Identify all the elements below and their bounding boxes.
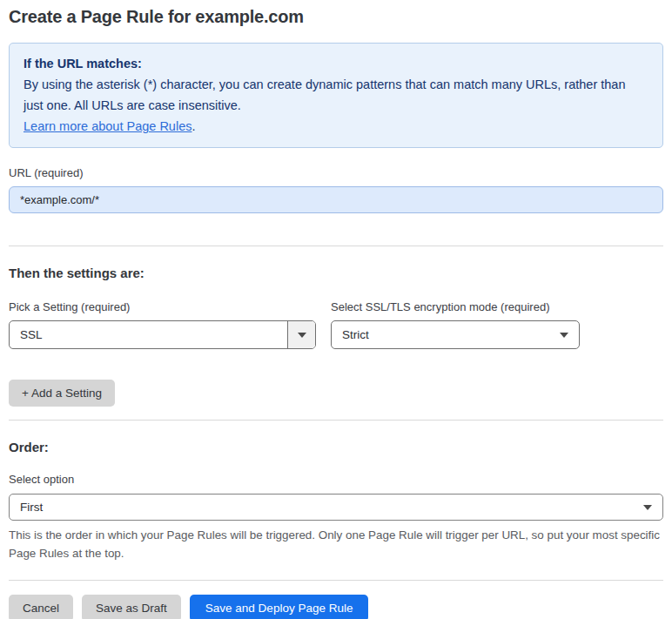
link-suffix: . (192, 119, 195, 133)
save-and-deploy-button[interactable]: Save and Deploy Page Rule (190, 595, 369, 619)
page-rule-form: Create a Page Rule for example.com If th… (0, 7, 672, 619)
ssl-mode-label: Select SSL/TLS encryption mode (required… (331, 300, 580, 313)
add-setting-button[interactable]: + Add a Setting (9, 380, 115, 407)
order-select-value: First (20, 501, 43, 514)
info-box-heading: If the URL matches: (24, 53, 648, 74)
cancel-button[interactable]: Cancel (9, 595, 73, 619)
url-input[interactable] (9, 186, 663, 213)
order-select[interactable]: First (9, 494, 663, 521)
setting-picker-label: Pick a Setting (required) (9, 300, 316, 313)
order-help-text: This is the order in which your Page Rul… (9, 526, 660, 562)
ssl-mode-select-value: Strict (332, 321, 560, 348)
info-box-link-line: Learn more about Page Rules. (24, 116, 648, 137)
order-section-heading: Order: (9, 440, 663, 454)
chevron-down-icon (298, 333, 306, 338)
settings-section-heading: Then the settings are: (9, 266, 663, 280)
page-title: Create a Page Rule for example.com (9, 7, 663, 27)
url-match-info-box: If the URL matches: By using the asteris… (9, 43, 663, 148)
ssl-mode-column: Select SSL/TLS encryption mode (required… (331, 300, 580, 349)
setting-select-arrow-button[interactable] (287, 321, 315, 348)
info-box-body: By using the asterisk (*) character, you… (24, 74, 648, 116)
divider (9, 246, 663, 246)
divider (9, 580, 663, 581)
setting-picker-column: Pick a Setting (required) SSL (9, 300, 316, 349)
setting-select-value: SSL (10, 321, 287, 348)
save-as-draft-button[interactable]: Save as Draft (82, 595, 181, 619)
divider (9, 420, 663, 421)
chevron-down-icon (560, 333, 568, 338)
url-field-label: URL (required) (9, 166, 663, 179)
form-actions: Cancel Save as Draft Save and Deploy Pag… (9, 595, 663, 619)
chevron-down-icon (643, 505, 652, 510)
ssl-mode-select-arrow (560, 321, 579, 348)
order-select-label: Select option (9, 473, 663, 486)
ssl-mode-select[interactable]: Strict (331, 320, 580, 349)
settings-row: Pick a Setting (required) SSL Select SSL… (9, 300, 663, 349)
learn-more-link[interactable]: Learn more about Page Rules (24, 119, 192, 133)
setting-select[interactable]: SSL (9, 320, 316, 349)
